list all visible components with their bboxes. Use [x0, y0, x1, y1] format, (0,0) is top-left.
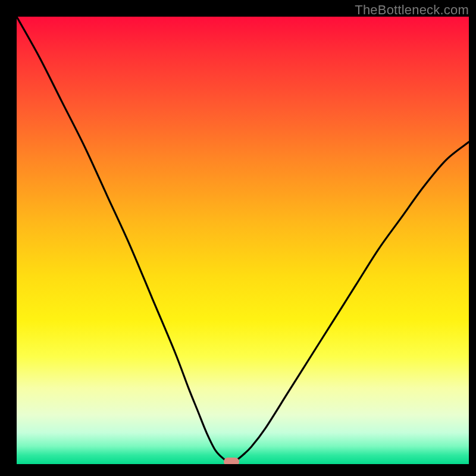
watermark-text: TheBottleneck.com — [355, 2, 469, 18]
curve-svg — [17, 17, 469, 464]
optimal-point-marker — [224, 458, 239, 464]
bottleneck-curve-path — [17, 17, 469, 462]
chart-frame: TheBottleneck.com — [0, 0, 476, 476]
plot-area — [17, 17, 469, 464]
